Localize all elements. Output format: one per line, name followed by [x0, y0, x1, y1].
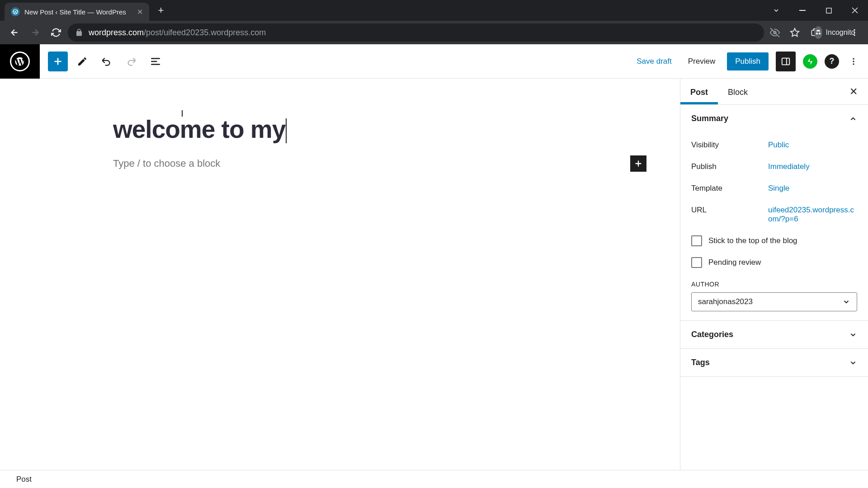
author-heading: AUTHOR [691, 281, 857, 288]
svg-point-7 [818, 33, 821, 35]
url-label: URL [691, 206, 768, 224]
chevron-up-icon [849, 115, 857, 123]
edit-tool-button[interactable] [72, 52, 92, 71]
editor-header: Save draft Preview Publish ? [0, 44, 868, 79]
svg-rect-1 [826, 8, 831, 13]
undo-button[interactable] [97, 52, 117, 71]
settings-sidebar-toggle[interactable] [776, 52, 796, 71]
stick-top-checkbox[interactable] [691, 235, 702, 246]
eye-off-icon[interactable] [767, 24, 783, 41]
visibility-label: Visibility [691, 141, 768, 150]
svg-point-6 [816, 33, 818, 35]
back-button[interactable] [5, 23, 24, 42]
close-sidebar-button[interactable]: ✕ [845, 84, 862, 100]
panel-tags-header[interactable]: Tags [680, 349, 868, 376]
post-title-input[interactable]: welcome to my [113, 115, 287, 144]
wordpress-logo[interactable] [0, 44, 40, 79]
panel-summary-header[interactable]: Summary [680, 105, 868, 132]
text-cursor [286, 118, 287, 143]
incognito-icon [814, 26, 822, 39]
more-options-button[interactable] [846, 52, 861, 71]
settings-sidebar: Post Block ✕ Summary Visibility Public P… [680, 79, 868, 470]
svg-point-8 [854, 29, 855, 31]
url-value[interactable]: uifeed20235.wordpress.com/?p=6 [768, 206, 857, 224]
tab-title: New Post ‹ Site Title — WordPres [24, 8, 132, 16]
close-window-icon[interactable] [842, 1, 868, 19]
tab-search-icon[interactable] [763, 1, 789, 19]
url-text: wordpress.com/post/uifeed20235.wordpress… [89, 28, 266, 38]
chevron-down-icon [842, 298, 850, 306]
redo-button [121, 52, 141, 71]
tab-block[interactable]: Block [718, 79, 758, 104]
document-overview-button[interactable] [146, 52, 165, 71]
address-bar[interactable]: wordpress.com/post/uifeed20235.wordpress… [68, 23, 764, 42]
panel-categories-title: Categories [691, 330, 733, 339]
template-label: Template [691, 184, 768, 193]
panel-tags: Tags [680, 349, 868, 377]
insertion-mark [182, 110, 183, 117]
svg-rect-11 [782, 58, 790, 65]
author-value: sarahjonas2023 [698, 297, 753, 306]
pending-review-checkbox[interactable] [691, 257, 702, 268]
panel-summary: Summary Visibility Public Publish Immedi… [680, 105, 868, 321]
breadcrumb[interactable]: Post [16, 475, 32, 484]
svg-point-13 [853, 58, 854, 59]
panel-summary-title: Summary [691, 114, 728, 123]
publish-button[interactable]: Publish [727, 52, 769, 70]
close-tab-icon[interactable]: ✕ [137, 8, 143, 16]
visibility-value[interactable]: Public [768, 141, 857, 150]
editor-canvas[interactable]: welcome to my Type / to choose a block [0, 79, 680, 470]
reload-button[interactable] [47, 23, 65, 42]
bookmark-star-icon[interactable] [787, 24, 803, 41]
maximize-window-icon[interactable] [816, 1, 842, 19]
minimize-window-icon[interactable] [789, 1, 816, 19]
block-placeholder[interactable]: Type / to choose a block [113, 158, 630, 169]
svg-rect-0 [799, 10, 806, 11]
lock-icon [75, 28, 83, 37]
panel-tags-title: Tags [691, 358, 710, 367]
author-select[interactable]: sarahjonas2023 [691, 292, 857, 311]
status-bar: Post [0, 470, 868, 488]
browser-tab[interactable]: New Post ‹ Site Title — WordPres ✕ [5, 3, 149, 21]
svg-point-9 [854, 32, 855, 33]
stick-top-label: Stick to the top of the blog [708, 236, 797, 245]
template-value[interactable]: Single [768, 184, 857, 193]
browser-menu-icon[interactable] [846, 24, 863, 41]
inline-add-block-button[interactable] [630, 155, 646, 172]
add-block-button[interactable] [48, 52, 68, 71]
save-draft-button[interactable]: Save draft [632, 53, 676, 70]
tab-post[interactable]: Post [680, 79, 718, 104]
jetpack-button[interactable] [803, 54, 817, 69]
preview-button[interactable]: Preview [684, 53, 720, 70]
incognito-badge[interactable]: Incognito [826, 24, 843, 41]
svg-point-14 [853, 61, 854, 62]
publish-label: Publish [691, 162, 768, 171]
new-tab-button[interactable]: + [153, 2, 169, 19]
wordpress-favicon [11, 7, 20, 16]
svg-point-10 [854, 34, 855, 36]
svg-point-15 [853, 63, 854, 65]
pending-review-label: Pending review [708, 258, 761, 267]
forward-button [26, 23, 44, 42]
panel-categories-header[interactable]: Categories [680, 321, 868, 348]
chevron-down-icon [849, 359, 857, 367]
svg-marker-3 [791, 28, 799, 36]
chevron-down-icon [849, 331, 857, 339]
help-button[interactable]: ? [825, 54, 839, 69]
publish-value[interactable]: Immediately [768, 162, 857, 171]
panel-categories: Categories [680, 321, 868, 349]
